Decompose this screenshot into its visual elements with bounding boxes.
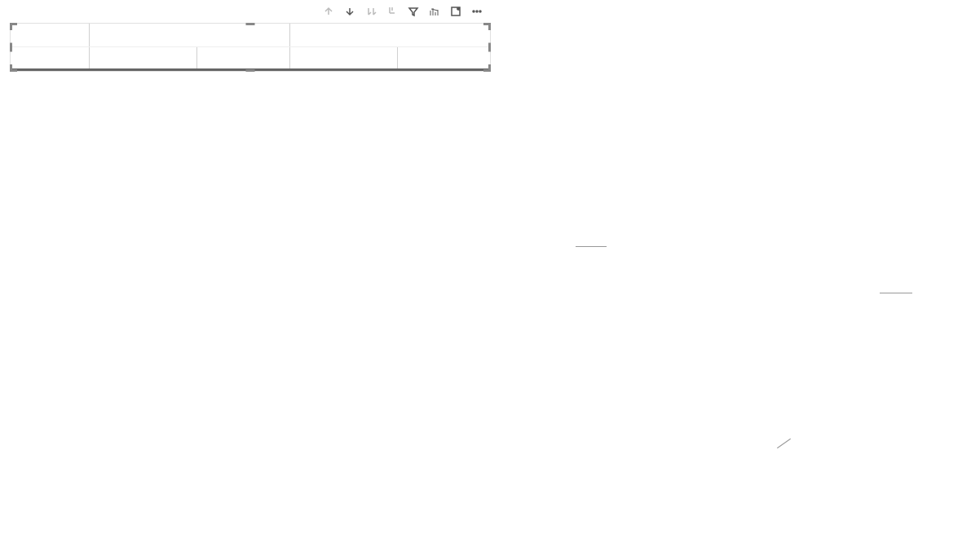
resize-handle-tr[interactable] bbox=[483, 23, 491, 30]
region-central[interactable] bbox=[90, 24, 290, 46]
svg-point-0 bbox=[473, 11, 474, 12]
header-revenue-c[interactable] bbox=[197, 46, 289, 69]
resize-handle-bl[interactable] bbox=[10, 64, 17, 72]
expand-to-next-icon[interactable] bbox=[364, 5, 377, 18]
donut-chart[interactable] bbox=[589, 114, 883, 408]
drill-down-icon[interactable] bbox=[343, 5, 356, 18]
matrix-table bbox=[11, 24, 490, 71]
resize-handle-br[interactable] bbox=[483, 64, 491, 72]
leader-small bbox=[777, 439, 791, 448]
resize-handle-top[interactable] bbox=[246, 23, 255, 25]
more-options-icon[interactable] bbox=[470, 5, 483, 18]
header-revenue-w[interactable] bbox=[397, 46, 490, 69]
resize-handle-bottom[interactable] bbox=[246, 69, 255, 72]
focus-mode-icon[interactable] bbox=[449, 5, 462, 18]
go-to-next-level-icon[interactable] bbox=[386, 5, 399, 18]
svg-point-1 bbox=[476, 11, 478, 12]
region-west[interactable] bbox=[289, 24, 490, 46]
header-opp-count-c[interactable] bbox=[90, 46, 197, 69]
resize-handle-tl[interactable] bbox=[10, 23, 17, 30]
visual-toolbar bbox=[322, 5, 483, 18]
resize-handle-left[interactable] bbox=[10, 42, 12, 51]
svg-point-2 bbox=[479, 11, 481, 12]
matrix-visual[interactable] bbox=[10, 23, 491, 72]
leader-medium bbox=[880, 293, 912, 293]
resize-handle-right[interactable] bbox=[488, 42, 491, 51]
spotlight-icon[interactable] bbox=[428, 5, 441, 18]
filter-icon[interactable] bbox=[407, 5, 420, 18]
header-opp-count-w[interactable] bbox=[289, 46, 397, 69]
header-region[interactable] bbox=[11, 24, 90, 46]
leader-large bbox=[576, 246, 607, 247]
drill-up-icon[interactable] bbox=[322, 5, 335, 18]
header-sales-stage[interactable] bbox=[11, 46, 90, 69]
